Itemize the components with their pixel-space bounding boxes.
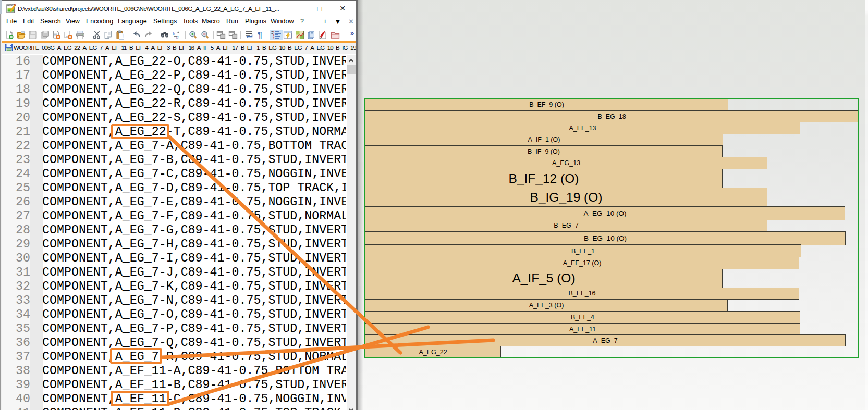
svg-text:b: b [173, 31, 175, 36]
svg-text:¶: ¶ [258, 31, 262, 40]
